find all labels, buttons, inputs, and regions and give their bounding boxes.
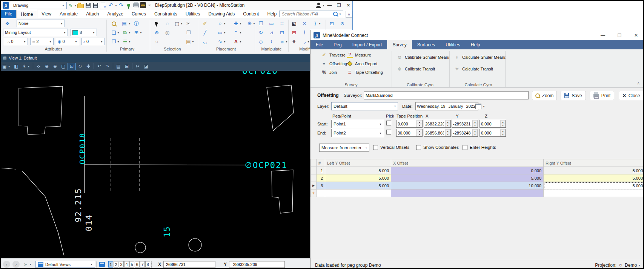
menu-surfaces[interactable]: Surfaces <box>412 40 440 49</box>
traverse-button[interactable]: ✐ Traverse <box>321 52 346 58</box>
minemodeller-app-icon[interactable]: MM <box>140 2 146 8</box>
calibrate-transit-button[interactable]: ⊗ Calibrate Transit <box>397 66 435 72</box>
print-button[interactable]: Print <box>590 91 614 100</box>
tab-constraints[interactable]: Constraints <box>150 10 181 18</box>
line-weight-dropdown[interactable]: ≣ 2▼ <box>30 38 54 45</box>
fence-marquee-icon[interactable]: ▢ <box>174 20 181 27</box>
end-z-spinner[interactable]: ▲▼ <box>480 129 506 137</box>
calculate-transit-button[interactable]: ✳ Calculate Transit <box>454 66 493 72</box>
insert-vertex-icon[interactable]: ⧺ <box>290 38 298 45</box>
tab-annotate[interactable]: Annotate <box>55 10 82 18</box>
calibrate-schuler-means-button[interactable]: ⊚ Calibrate Schuler Means <box>397 54 450 60</box>
view-toggle-3[interactable]: 3 <box>119 261 124 267</box>
align-elements-icon[interactable]: ◇ <box>257 38 264 45</box>
properties-icon[interactable]: ▤ <box>121 20 128 27</box>
save-icon[interactable] <box>85 2 92 9</box>
drawing-canvas[interactable]: OCP020 OCP018 OCP021 15 92.215 014 <box>1 71 310 258</box>
move-parallel-icon[interactable]: ⊡ <box>278 29 286 36</box>
view-attributes-icon[interactable]: ▣▼ <box>1 63 12 70</box>
break-element-icon[interactable]: ✕ <box>301 20 308 27</box>
intellitrim-icon[interactable]: ⌇ <box>301 29 308 36</box>
zoom-out-icon[interactable]: ⊖ <box>51 63 59 70</box>
date-picker[interactable]: Wednesday, 19 January 2022 ▼ <box>415 102 478 110</box>
print-icon[interactable] <box>132 2 140 9</box>
enter-heights-checkbox[interactable] <box>463 145 467 150</box>
measure-button[interactable]: ? Measure <box>347 52 371 58</box>
explorer-icon[interactable] <box>110 20 117 27</box>
place-multiline-icon[interactable]: ⌃ <box>232 29 240 36</box>
view-next-icon[interactable]: ↷ <box>103 63 112 70</box>
undo-history-chevron-icon[interactable]: ▼ <box>115 4 117 7</box>
print-organizer-icon[interactable]: ⚙ <box>100 2 107 9</box>
open-windows-icon[interactable] <box>99 262 105 267</box>
paste-icon[interactable]: ▤ <box>185 38 192 45</box>
x-offset-cell[interactable]: 0.000 <box>391 167 544 174</box>
active-level-dropdown[interactable]: Mining Layout▼ <box>3 29 68 36</box>
chevron-down-icon[interactable]: ▼ <box>339 13 341 15</box>
collapse-ribbon-icon[interactable]: ˄ <box>346 11 352 18</box>
offsetting-button[interactable]: ⌖ Offsetting <box>321 61 347 67</box>
close-panel-button[interactable]: ✕Close <box>619 91 644 100</box>
window-area-icon[interactable]: ▢ <box>59 63 68 70</box>
back-view-group-icon[interactable]: ‹ <box>3 261 10 268</box>
area-report-button[interactable]: Area Report <box>347 61 377 67</box>
user-account-icon[interactable] <box>315 2 322 9</box>
vertical-offsets-checkbox[interactable] <box>373 145 378 150</box>
level-manager-icon[interactable]: ⊞ <box>133 29 140 36</box>
view-toggle-4[interactable]: 4 <box>124 261 129 267</box>
x-offset-cell[interactable]: 5.000 <box>391 174 544 182</box>
view-titlebar[interactable]: ▤ View 1, Default <box>1 54 310 62</box>
clip-mask-icon[interactable]: ◪ <box>142 63 150 70</box>
surveyor-field[interactable] <box>364 91 529 99</box>
view-toggle-1[interactable]: 1 <box>108 261 113 267</box>
dialog-close-button[interactable]: ✕ <box>628 31 644 40</box>
save-button[interactable]: Save <box>561 91 586 100</box>
left-y-offset-cell[interactable]: 5.000 <box>325 167 391 174</box>
item-types-icon[interactable]: ❏ <box>110 29 117 36</box>
element-information-icon[interactable]: ⓘ <box>133 20 140 27</box>
tab-utilities[interactable]: Utilities <box>181 10 204 18</box>
tab-help[interactable]: Help <box>263 10 281 18</box>
chevron-down-icon[interactable]: ▼ <box>74 4 77 7</box>
ribbon-search[interactable]: ▼ <box>279 11 343 17</box>
pattern-area-icon[interactable]: ✳ <box>246 20 253 27</box>
save-settings-icon[interactable]: ⚙ <box>92 2 100 9</box>
level-display-icon[interactable]: ☰ <box>121 38 129 45</box>
left-y-offset-cell[interactable]: 5.000 <box>325 174 391 182</box>
place-circle-icon[interactable]: ○ <box>217 20 224 27</box>
stretch-icon[interactable]: ≀ <box>268 38 275 45</box>
end-point-dropdown[interactable]: Point2▼ <box>331 129 384 137</box>
zoom-button[interactable]: Zoom <box>532 91 557 100</box>
active-element-template-icon[interactable]: ❖ <box>4 20 11 27</box>
date-day[interactable]: Wednesday, 19 <box>417 104 445 109</box>
active-style-dropdown[interactable]: None▼ <box>17 20 65 27</box>
copy-element-icon[interactable]: ❐ <box>257 20 264 27</box>
view-previous-icon[interactable]: ↶ <box>95 63 103 70</box>
menu-utilities[interactable]: Utilities <box>440 40 466 49</box>
trim-to-element-icon[interactable]: ⊟ <box>290 29 298 36</box>
rotate-icon[interactable]: ↻ <box>257 29 264 36</box>
collapse-ribbon-icon[interactable]: ˄ <box>637 81 639 86</box>
copy-clipboard-icon[interactable]: ❐ <box>185 29 192 36</box>
view-toggle-7[interactable]: 7 <box>140 261 145 267</box>
forward-view-group-icon[interactable]: › <box>12 261 20 268</box>
adjust-brightness-icon[interactable]: ☀▼ <box>20 63 32 70</box>
modify-element-icon[interactable]: ⬕ <box>290 20 298 27</box>
tab-attach[interactable]: Attach <box>82 10 103 18</box>
dialog-titlebar[interactable]: µ MineModeller Connect — ❐ ✕ <box>310 30 644 40</box>
view-group-menu-icon[interactable]: ➤ <box>22 261 29 268</box>
tab-file[interactable]: File <box>1 10 16 18</box>
active-color-dropdown[interactable]: 8▼ <box>71 29 97 36</box>
calculate-shuler-means-button[interactable]: ♁ Calculate Shuler Means <box>454 54 506 60</box>
end-tape-spinner[interactable]: ▲▼ <box>396 129 423 137</box>
qat-customize-icon[interactable]: ≂ <box>146 2 154 9</box>
grid-header-x-offset[interactable]: X Offset <box>391 159 544 167</box>
row-number[interactable]: 1 <box>317 167 325 174</box>
menu-help[interactable]: Help <box>466 40 486 49</box>
fit-view-icon[interactable]: ⊡ <box>68 63 76 70</box>
right-y-offset-cell[interactable]: 5.000 <box>544 174 644 182</box>
references-icon[interactable]: ❐ <box>110 38 117 45</box>
view-group-dropdown[interactable]: Default Views ▼ <box>35 261 95 268</box>
transparency-dropdown[interactable]: ◉ 0▼ <box>56 38 79 45</box>
grid-header-right-y[interactable]: Right Y Offset <box>544 159 644 167</box>
